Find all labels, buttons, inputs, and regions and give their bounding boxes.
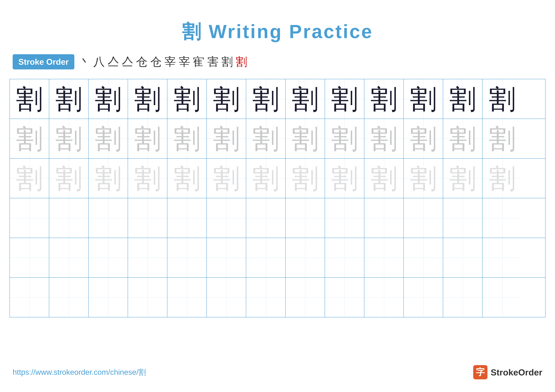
- brand-name: StrokeOrder: [491, 367, 542, 378]
- grid-cell[interactable]: [167, 198, 207, 238]
- grid-cell[interactable]: 割: [207, 79, 246, 119]
- grid-cell[interactable]: [246, 238, 285, 277]
- grid-cell[interactable]: 割: [128, 119, 167, 158]
- grid-row-6: [10, 278, 545, 317]
- grid-cell[interactable]: 割: [482, 159, 522, 198]
- grid-cell[interactable]: [364, 238, 404, 277]
- grid-cell[interactable]: [89, 238, 128, 277]
- page-title: 割 Writing Practice: [0, 0, 555, 45]
- grid-row-5: [10, 238, 545, 278]
- grid-cell[interactable]: 割: [89, 79, 128, 119]
- grid-cell[interactable]: 割: [364, 159, 404, 198]
- grid-cell[interactable]: [325, 198, 364, 238]
- grid-cell[interactable]: 割: [482, 79, 522, 119]
- grid-cell[interactable]: [89, 278, 128, 317]
- grid-cell[interactable]: 割: [10, 79, 49, 119]
- grid-cell[interactable]: [404, 198, 443, 238]
- grid-cell[interactable]: [128, 238, 167, 277]
- grid-cell[interactable]: [443, 278, 482, 317]
- grid-cell[interactable]: [128, 278, 167, 317]
- practice-grid: 割 割 割 割 割 割 割 割 割 割 割 割 割 割 割 割 割 割 割 割 …: [9, 79, 546, 317]
- grid-cell[interactable]: 割: [246, 119, 285, 158]
- footer-brand: 字 StrokeOrder: [473, 365, 542, 379]
- grid-cell[interactable]: 割: [404, 159, 443, 198]
- stroke-sequence: 丶 八 亼 亼 仓 仓 宰 宰 寉 害 割 割: [79, 54, 247, 69]
- stroke-order-row: Stroke Order 丶 八 亼 亼 仓 仓 宰 宰 寉 害 割 割: [0, 45, 555, 76]
- grid-row-2: 割 割 割 割 割 割 割 割 割 割 割 割 割: [10, 119, 545, 159]
- brand-icon: 字: [473, 365, 488, 379]
- stroke-order-badge: Stroke Order: [13, 54, 74, 69]
- grid-cell[interactable]: 割: [325, 119, 364, 158]
- footer: https://www.strokeorder.com/chinese/割 字 …: [0, 365, 555, 379]
- grid-cell[interactable]: [404, 238, 443, 277]
- grid-cell[interactable]: [10, 198, 49, 238]
- grid-cell[interactable]: 割: [128, 79, 167, 119]
- grid-cell[interactable]: 割: [49, 79, 89, 119]
- grid-cell[interactable]: 割: [285, 79, 325, 119]
- grid-cell[interactable]: [285, 238, 325, 277]
- grid-row-1: 割 割 割 割 割 割 割 割 割 割 割 割 割: [10, 79, 545, 119]
- grid-cell[interactable]: 割: [246, 159, 285, 198]
- grid-cell[interactable]: [482, 198, 522, 238]
- grid-cell[interactable]: [285, 278, 325, 317]
- grid-cell[interactable]: [128, 198, 167, 238]
- grid-cell[interactable]: 割: [89, 159, 128, 198]
- grid-cell[interactable]: 割: [167, 119, 207, 158]
- grid-cell[interactable]: 割: [443, 79, 482, 119]
- grid-cell[interactable]: [246, 198, 285, 238]
- grid-cell[interactable]: [443, 198, 482, 238]
- grid-cell[interactable]: [364, 278, 404, 317]
- grid-cell[interactable]: [246, 278, 285, 317]
- grid-cell[interactable]: [364, 198, 404, 238]
- grid-cell[interactable]: 割: [404, 79, 443, 119]
- grid-cell[interactable]: 割: [207, 119, 246, 158]
- grid-cell[interactable]: 割: [443, 159, 482, 198]
- footer-url[interactable]: https://www.strokeorder.com/chinese/割: [13, 367, 146, 377]
- grid-cell[interactable]: 割: [325, 79, 364, 119]
- grid-cell[interactable]: 割: [246, 79, 285, 119]
- grid-cell[interactable]: [167, 238, 207, 277]
- grid-cell[interactable]: [49, 278, 89, 317]
- grid-cell[interactable]: [482, 238, 522, 277]
- grid-cell[interactable]: [49, 238, 89, 277]
- grid-cell[interactable]: [207, 198, 246, 238]
- grid-cell[interactable]: 割: [49, 119, 89, 158]
- grid-cell[interactable]: [325, 238, 364, 277]
- grid-cell[interactable]: 割: [167, 79, 207, 119]
- grid-row-4: [10, 198, 545, 238]
- grid-cell[interactable]: [89, 198, 128, 238]
- grid-cell[interactable]: [443, 238, 482, 277]
- grid-cell[interactable]: 割: [364, 119, 404, 158]
- grid-cell[interactable]: [49, 198, 89, 238]
- grid-cell[interactable]: 割: [443, 119, 482, 158]
- grid-cell[interactable]: 割: [482, 119, 522, 158]
- grid-cell[interactable]: 割: [285, 159, 325, 198]
- grid-cell[interactable]: 割: [207, 159, 246, 198]
- grid-cell[interactable]: 割: [325, 159, 364, 198]
- grid-cell[interactable]: 割: [49, 159, 89, 198]
- grid-cell[interactable]: [167, 278, 207, 317]
- grid-cell[interactable]: [10, 278, 49, 317]
- grid-cell[interactable]: [207, 238, 246, 277]
- grid-cell[interactable]: [482, 278, 522, 317]
- grid-cell[interactable]: 割: [404, 119, 443, 158]
- grid-row-3: 割 割 割 割 割 割 割 割 割 割 割 割 割: [10, 159, 545, 198]
- grid-cell[interactable]: 割: [89, 119, 128, 158]
- grid-cell[interactable]: 割: [364, 79, 404, 119]
- grid-cell[interactable]: [285, 198, 325, 238]
- grid-cell[interactable]: [404, 278, 443, 317]
- grid-cell[interactable]: [325, 278, 364, 317]
- grid-cell[interactable]: 割: [167, 159, 207, 198]
- grid-cell[interactable]: [207, 278, 246, 317]
- grid-cell[interactable]: 割: [285, 119, 325, 158]
- grid-cell[interactable]: [10, 238, 49, 277]
- grid-cell[interactable]: 割: [10, 159, 49, 198]
- grid-cell[interactable]: 割: [128, 159, 167, 198]
- grid-cell[interactable]: 割: [10, 119, 49, 158]
